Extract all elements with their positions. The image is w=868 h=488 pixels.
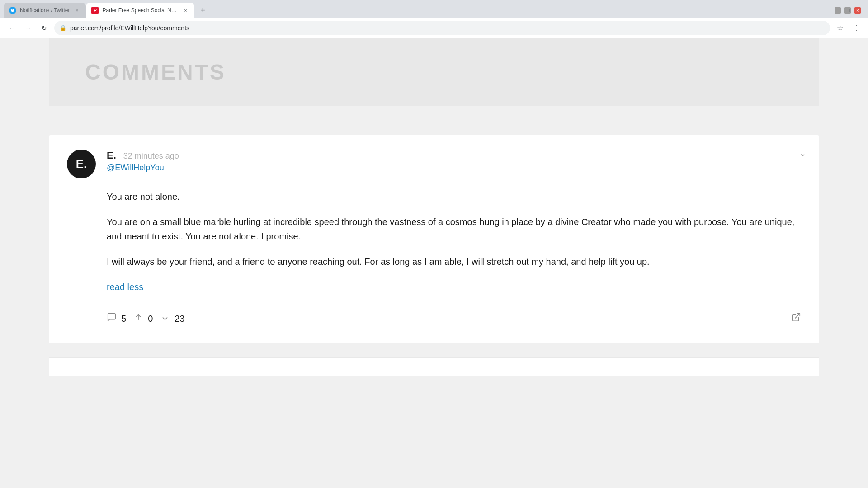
upvote-action[interactable]: 23 [160,309,192,328]
tab-twitter[interactable]: Notifications / Twitter × [4,3,86,18]
downvote-icon [133,312,143,325]
comment-action[interactable]: 5 [107,309,133,328]
bookmark-button[interactable]: ☆ [834,22,846,34]
downvote-action[interactable]: 0 [133,309,160,328]
comment-count: 5 [121,314,126,324]
browser-toolbar: ← → ↻ 🔒 parler.com/profile/EWillHelpYou/… [0,18,868,38]
avatar-letter: E. [76,157,87,171]
twitter-tab-title: Notifications / Twitter [20,7,70,14]
close-button[interactable]: × [854,7,861,14]
chevron-button[interactable]: ⌄ [799,148,807,159]
address-bar[interactable]: 🔒 parler.com/profile/EWillHelpYou/commen… [54,21,830,35]
post-card: ⌄ E. E. 32 minutes ago @EWillHelpYou You… [49,135,819,343]
reload-button[interactable]: ↻ [38,22,51,34]
page-content: COMMENTS ⌄ E. E. 32 minutes ago @EWillHe… [0,38,868,488]
twitter-tab-close[interactable]: × [73,7,80,14]
post-header: E. E. 32 minutes ago @EWillHelpYou [67,150,801,178]
post-paragraph-1: You are not alone. [107,189,801,204]
comments-title: COMMENTS [85,60,783,84]
browser-chrome: Notifications / Twitter × P Parler Free … [0,0,868,38]
post-author[interactable]: E. [107,150,116,161]
forward-button[interactable]: → [22,22,34,34]
svg-line-2 [795,314,800,318]
upvote-count: 23 [175,314,184,324]
post-paragraph-3: I will always be your friend, and a frie… [107,254,801,269]
post-meta: E. 32 minutes ago @EWillHelpYou [107,150,179,173]
twitter-favicon [9,7,16,14]
post-paragraph-2: You are on a small blue marble hurling a… [107,215,801,244]
downvote-count: 0 [148,314,153,324]
back-button[interactable]: ← [5,22,18,34]
avatar: E. [67,150,96,178]
post-actions: 5 0 23 [107,309,801,328]
browser-menu-button[interactable]: ⋮ [850,22,863,34]
read-less-link[interactable]: read less [107,280,801,294]
maximize-button[interactable]: ❐ [844,7,851,14]
next-card-hint [49,358,819,376]
browser-titlebar: Notifications / Twitter × P Parler Free … [0,0,868,18]
post-body: You are not alone. You are on a small bl… [107,189,801,294]
new-tab-button[interactable]: + [196,4,209,17]
post-author-line: E. 32 minutes ago [107,150,179,161]
parler-favicon: P [91,7,99,14]
comment-icon [107,312,117,325]
minimize-button[interactable]: — [835,7,841,14]
upvote-icon [160,312,170,325]
tab-parler[interactable]: P Parler Free Speech Social Netw... × [86,3,194,18]
lock-icon: 🔒 [60,25,66,31]
parler-tab-close[interactable]: × [182,7,189,14]
post-handle[interactable]: @EWillHelpYou [107,163,179,173]
parler-tab-title: Parler Free Speech Social Netw... [102,7,178,14]
comments-header: COMMENTS [49,38,819,106]
post-time: 32 minutes ago [123,151,179,161]
window-controls: — ❐ × [835,7,864,14]
address-text: parler.com/profile/EWillHelpYou/comments [70,24,825,32]
spacer [0,106,868,121]
share-button[interactable] [791,312,801,325]
